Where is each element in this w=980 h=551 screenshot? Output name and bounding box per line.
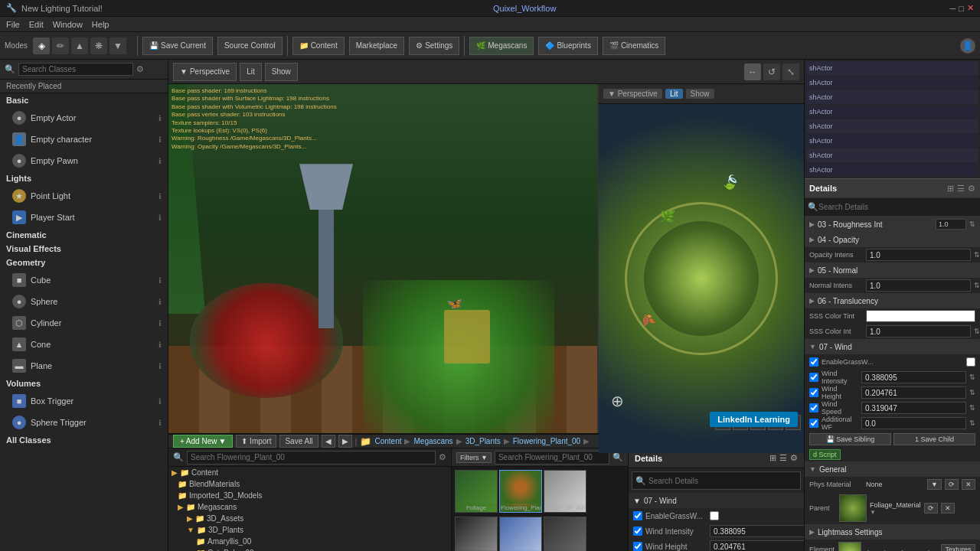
cone-item[interactable]: ▲ Cone ℹ bbox=[0, 334, 168, 355]
sss-color-int-input[interactable] bbox=[866, 325, 971, 337]
content-search-input[interactable] bbox=[187, 451, 436, 465]
outliner-actor4[interactable]: shActor bbox=[806, 105, 978, 119]
show-btn[interactable]: Show bbox=[265, 63, 298, 81]
perspective-dropdown[interactable]: ▼ Perspective bbox=[173, 63, 237, 81]
visual-effects-category[interactable]: Visual Effects bbox=[0, 242, 168, 256]
wind-height-cb[interactable] bbox=[633, 542, 642, 551]
roughness-section-header[interactable]: ▶ 03 - Roughness Int ⇅ bbox=[805, 217, 980, 232]
secondary-show-btn[interactable]: Show bbox=[686, 89, 714, 99]
filters-btn[interactable]: Filters ▼ bbox=[456, 452, 492, 463]
point-light-item[interactable]: ★ Point Light ℹ bbox=[0, 185, 168, 207]
parent-dropdown-right[interactable]: ▼ bbox=[870, 509, 921, 516]
wind-height-input[interactable] bbox=[710, 540, 804, 551]
details-grid-view-icon[interactable]: ⊞ bbox=[947, 184, 954, 194]
cinematics-btn[interactable]: 🎬 Cinematics bbox=[603, 37, 665, 55]
general-right-header[interactable]: ▼ General bbox=[805, 461, 980, 477]
forward-btn[interactable]: ▶ bbox=[338, 435, 352, 448]
wind-intensity-right-arrows[interactable]: ⇅ bbox=[969, 373, 975, 381]
roughness-arrows-icon[interactable]: ⇅ bbox=[969, 220, 975, 228]
opacity-section-header[interactable]: ▶ 04 - Opacity bbox=[805, 232, 980, 247]
maximize-btn[interactable]: □ bbox=[959, 4, 964, 13]
asset-cavity[interactable]: si1qrp_2K_Cavity bbox=[544, 517, 586, 552]
sss-arrows-icon[interactable]: ⇅ bbox=[974, 328, 980, 335]
path-3dplants[interactable]: 3D_Plants bbox=[466, 437, 501, 445]
phys-clear-right-btn[interactable]: ✕ bbox=[962, 479, 975, 490]
search-classes-input[interactable] bbox=[18, 63, 133, 76]
menu-file[interactable]: File bbox=[6, 20, 20, 29]
normal-arrows-icon[interactable]: ⇅ bbox=[974, 282, 980, 289]
wind-intensity-right-input[interactable] bbox=[861, 371, 966, 383]
tree-megascans[interactable]: ▶ 📁 Megascans bbox=[168, 501, 451, 513]
menu-help[interactable]: Help bbox=[92, 20, 109, 29]
asset-flowering-plant-inst[interactable]: Flowering_Plant_00_inst bbox=[499, 470, 542, 513]
details-list-view-icon[interactable]: ☰ bbox=[957, 184, 965, 194]
opacity-arrows-icon[interactable]: ⇅ bbox=[974, 251, 980, 259]
wind-height-right-cb[interactable] bbox=[809, 388, 818, 397]
cube-item[interactable]: ■ Cube ℹ bbox=[0, 269, 168, 291]
outliner-actor3[interactable]: shActor bbox=[806, 90, 978, 104]
save-sibling-right-btn[interactable]: 💾 Save Sibling bbox=[809, 433, 891, 445]
path-flowering[interactable]: Flowering_Plant_00 bbox=[513, 437, 580, 445]
blueprints-btn[interactable]: 🔷 Blueprints bbox=[538, 37, 597, 55]
empty-character-item[interactable]: 👤 Empty character ℹ bbox=[0, 129, 168, 150]
details-filter-icon2[interactable]: ⚙ bbox=[968, 184, 975, 194]
marketplace-btn[interactable]: Marketplace bbox=[349, 37, 404, 55]
enable-grass-wind-cb2[interactable] bbox=[710, 511, 719, 520]
asset-albedo[interactable]: si1qrp_2K_Albedo bbox=[544, 470, 586, 513]
secondary-lit-btn[interactable]: Lit bbox=[665, 89, 683, 99]
translate-btn[interactable]: ↔ bbox=[744, 64, 761, 80]
details-filter-icon[interactable]: ⚙ bbox=[790, 453, 798, 463]
details-search-input[interactable] bbox=[648, 477, 797, 485]
translucency-section-header[interactable]: ▶ 06 - Translucency bbox=[805, 293, 980, 308]
empty-pawn-item[interactable]: ● Empty Pawn ℹ bbox=[0, 150, 168, 171]
element-type-right-btn[interactable]: Textures ▼ bbox=[941, 544, 975, 551]
additional-wf-right-cb[interactable] bbox=[809, 419, 818, 428]
outliner-actor5[interactable]: shActor bbox=[806, 119, 978, 133]
details-list-icon[interactable]: ☰ bbox=[779, 453, 787, 463]
enable-grasswind-right-cb[interactable] bbox=[809, 357, 818, 367]
normal-section-header[interactable]: ▶ 05 - Normal bbox=[805, 262, 980, 278]
sss-color-swatch[interactable] bbox=[866, 310, 975, 322]
wind-intensity-right-cb[interactable] bbox=[809, 373, 818, 382]
enable-grasswind-right-cb2[interactable] bbox=[966, 357, 975, 367]
box-trigger-item[interactable]: ■ Box Trigger ℹ bbox=[0, 390, 168, 412]
profile-icon[interactable]: 👤 bbox=[960, 38, 975, 54]
tree-blendmaterials[interactable]: 📁 BlendMaterials bbox=[168, 478, 451, 490]
save-all-btn[interactable]: Save All bbox=[279, 435, 318, 448]
lights-category[interactable]: Lights bbox=[0, 171, 168, 185]
recently-placed-header[interactable]: Recently Placed bbox=[0, 80, 168, 93]
script-badge-right[interactable]: d Script bbox=[809, 449, 841, 460]
phys-dropdown-right-btn[interactable]: ▼ bbox=[927, 479, 942, 490]
lightmass-right-header[interactable]: ▶ Lightmass Settings bbox=[805, 524, 980, 540]
place-mode-btn[interactable]: ◈ bbox=[33, 37, 50, 54]
wind-speed-right-cb[interactable] bbox=[809, 403, 818, 412]
add-new-btn[interactable]: + Add New ▼ bbox=[173, 435, 233, 448]
main-viewport[interactable]: Base pass shader: 169 instructions Base … bbox=[168, 84, 597, 433]
save-current-btn[interactable]: 💾 Save Current bbox=[142, 37, 213, 55]
all-classes-category[interactable]: All Classes bbox=[0, 433, 168, 447]
search-settings-icon[interactable]: ⚙ bbox=[136, 64, 144, 74]
empty-actor-item[interactable]: ● Empty Actor ℹ bbox=[0, 107, 168, 129]
search-settings-icon2[interactable]: ⚙ bbox=[439, 452, 446, 462]
close-btn[interactable]: ✕ bbox=[967, 3, 974, 13]
tree-3dassets[interactable]: ▶ 📁 3D_Assets bbox=[168, 513, 451, 524]
sphere-trigger-item[interactable]: ● Sphere Trigger ℹ bbox=[0, 412, 168, 433]
secondary-perspective-btn[interactable]: ▼ Perspective bbox=[603, 89, 662, 99]
tree-amaryllis[interactable]: 📁 Amaryllis_00 bbox=[168, 536, 451, 547]
scale-btn[interactable]: ⤡ bbox=[782, 64, 799, 80]
cylinder-item[interactable]: ⬡ Cylinder ℹ bbox=[0, 312, 168, 334]
additional-wf-right-input[interactable] bbox=[861, 417, 966, 429]
volumes-category[interactable]: Volumes bbox=[0, 377, 168, 390]
wind-section-header-right[interactable]: ▼ 07 - Wind bbox=[805, 339, 980, 354]
content-btn[interactable]: 📁 Content bbox=[292, 37, 345, 55]
foliage-mode-btn[interactable]: ❋ bbox=[90, 37, 107, 54]
asset-ao[interactable]: si1qrp_2K_AO bbox=[455, 517, 498, 552]
sphere-item[interactable]: ● Sphere ℹ bbox=[0, 291, 168, 312]
wind-intensity-cb[interactable] bbox=[633, 527, 642, 536]
outliner-actor6[interactable]: shActor bbox=[806, 134, 978, 148]
source-control-btn[interactable]: Source Control bbox=[217, 37, 283, 55]
enable-grass-wind-cb[interactable] bbox=[633, 511, 642, 520]
save-child-right-btn[interactable]: 1 Save Child bbox=[893, 433, 975, 445]
path-megascans[interactable]: Megascans bbox=[413, 437, 452, 445]
geometry-category[interactable]: Geometry bbox=[0, 256, 168, 269]
